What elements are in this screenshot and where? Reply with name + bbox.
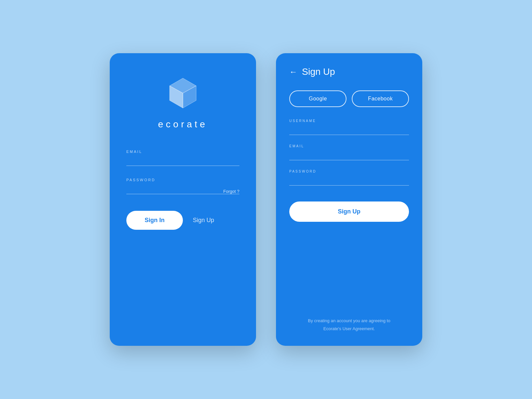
cube-icon [163, 73, 203, 113]
su-email-field-group: EMAIL [289, 144, 409, 160]
email-input[interactable] [126, 156, 239, 166]
password-input[interactable] [126, 184, 223, 194]
signup-title: Sign Up [302, 66, 335, 77]
password-field-group: PASSWORD Forgot ? [126, 178, 239, 194]
password-label: PASSWORD [126, 178, 239, 182]
facebook-button[interactable]: Facebook [352, 90, 409, 107]
username-input[interactable] [289, 125, 409, 135]
brand-name: ecorate [158, 119, 207, 130]
logo-area: ecorate [158, 73, 207, 130]
signin-form: EMAIL PASSWORD Forgot ? Sign In Sign Up [126, 150, 239, 230]
email-label: EMAIL [126, 150, 239, 154]
username-label: USERNAME [289, 119, 409, 123]
back-arrow-icon[interactable]: ← [289, 67, 297, 76]
password-left [126, 184, 223, 194]
forgot-link[interactable]: Forgot ? [223, 189, 239, 194]
social-buttons: Google Facebook [289, 90, 409, 107]
password-input-row: Forgot ? [126, 184, 239, 194]
username-field-group: USERNAME [289, 119, 409, 135]
su-email-label: EMAIL [289, 144, 409, 148]
email-field-group: EMAIL [126, 150, 239, 166]
goto-signup-button[interactable]: Sign Up [193, 217, 214, 224]
su-password-field-group: PASSWORD [289, 170, 409, 186]
su-email-input[interactable] [289, 150, 409, 160]
su-password-label: PASSWORD [289, 170, 409, 173]
signin-buttons: Sign In Sign Up [126, 211, 239, 230]
signup-header: ← Sign Up [289, 66, 409, 77]
agreement-line2: Ecorate's User Agreement. [324, 326, 375, 331]
email-input-row [126, 156, 239, 166]
signin-card: ecorate EMAIL PASSWORD Forgot ? Sign In … [110, 53, 256, 346]
signup-card: ← Sign Up Google Facebook USERNAME EMAIL… [276, 53, 422, 346]
signin-button[interactable]: Sign In [126, 211, 183, 230]
su-password-input[interactable] [289, 175, 409, 186]
signup-form: USERNAME EMAIL PASSWORD Sign Up [289, 119, 409, 317]
google-button[interactable]: Google [289, 90, 346, 107]
agreement-line1: By creating an account you are agreeing … [308, 318, 390, 323]
signup-button[interactable]: Sign Up [289, 201, 409, 222]
agreement-text: By creating an account you are agreeing … [289, 317, 409, 332]
